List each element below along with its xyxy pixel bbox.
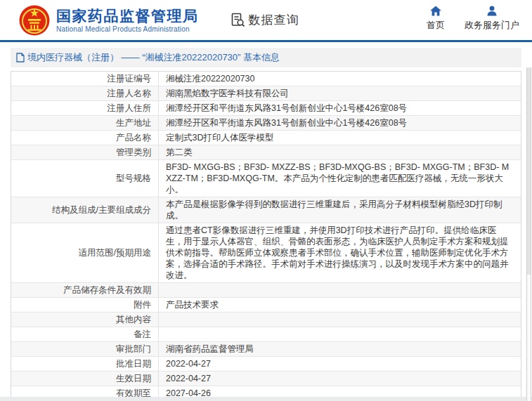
document-icon bbox=[16, 53, 25, 63]
nav-home-label: 首页 bbox=[427, 19, 445, 32]
row-label-text: 型号规格 bbox=[116, 173, 151, 184]
row-label: 备注 bbox=[11, 327, 159, 341]
row-label: 适用范围/预期用途 bbox=[11, 223, 159, 282]
row-value-text: 湘潭经开区和平街道东风路31号创新创业中心1号楼426室08号 bbox=[166, 103, 407, 114]
row-value-text: 湘潭经开区和平街道东风路31号创新创业中心1号楼426室08号 bbox=[166, 117, 407, 129]
row-label-text: 产品储存条件及有效期 bbox=[63, 284, 151, 296]
info-table: 注册证编号湘械注准20222020730注册人名称湖南黑焰数字医学科技有限公司注… bbox=[11, 71, 521, 401]
site-title: 国家药品监督管理局 bbox=[56, 8, 199, 25]
row-value bbox=[159, 313, 521, 327]
row-label-text: 注册人住所 bbox=[108, 103, 152, 114]
row-value-text: 湖南省药品监督管理局 bbox=[166, 343, 254, 355]
row-value: 湖南省药品监督管理局 bbox=[159, 342, 521, 356]
document-search-icon bbox=[231, 13, 245, 27]
row-label-text: 注册人名称 bbox=[108, 88, 152, 99]
table-row: 附件产品技术要求 bbox=[11, 298, 521, 313]
row-value-text: 第二类 bbox=[166, 147, 193, 158]
scrollbar[interactable] bbox=[526, 67, 531, 401]
row-label: 附件 bbox=[11, 298, 159, 312]
row-value-text: 2022-04-27 bbox=[166, 373, 211, 384]
row-value: 湖南黑焰数字医学科技有限公司 bbox=[159, 86, 521, 100]
row-label: 产品名称 bbox=[11, 131, 159, 145]
row-value: 定制式3D打印人体医学模型 bbox=[159, 131, 521, 145]
table-row: 管理类别第二类 bbox=[11, 145, 521, 160]
row-label-text: 生产地址 bbox=[116, 117, 151, 129]
nav-gov-portal-label: 政务服务门户 bbox=[465, 19, 519, 32]
row-label: 结构及组成/主要组成成分 bbox=[11, 197, 159, 223]
home-icon bbox=[430, 6, 441, 16]
row-value-text: BF3D- MXGG-BS；BF3D- MXZZ-BS；BF3D-MXQG-BS… bbox=[166, 162, 514, 195]
row-value-text: 2022-04-27 bbox=[166, 358, 211, 369]
row-value: 湘潭经开区和平街道东风路31号创新创业中心1号楼426室08号 bbox=[159, 116, 521, 130]
row-label: 生产地址 bbox=[11, 116, 159, 130]
row-value-text: 定制式3D打印人体医学模型 bbox=[166, 132, 273, 143]
row-label: 审批部门 bbox=[11, 342, 159, 356]
row-label: 生效日期 bbox=[11, 372, 159, 386]
row-label: 注册人住所 bbox=[11, 101, 159, 115]
header-divider bbox=[0, 40, 532, 42]
site-titles: 国家药品监督管理局 National Medical Products Admi… bbox=[56, 8, 199, 33]
row-value: 本产品是根据影像学得到的数据进行三维重建后，采用高分子材料模型树脂经3D打印制成… bbox=[159, 197, 521, 223]
row-value bbox=[159, 283, 521, 297]
row-label: 注册人名称 bbox=[11, 86, 159, 100]
data-query-tab[interactable]: 数据查询 bbox=[231, 12, 299, 28]
table-row: 生效日期2022-04-27 bbox=[11, 372, 521, 386]
table-row: 批准日期2022-04-27 bbox=[11, 357, 521, 372]
row-label-text: 备注 bbox=[134, 329, 151, 340]
row-label-text: 管理类别 bbox=[116, 147, 151, 158]
row-label-text: 附件 bbox=[134, 299, 151, 310]
row-value: 2022-04-27 bbox=[159, 372, 521, 386]
table-row: 注册证编号湘械注准20222020730 bbox=[11, 72, 521, 86]
table-row: 注册人名称湖南黑焰数字医学科技有限公司 bbox=[11, 86, 521, 101]
row-value-text: 湘械注准20222020730 bbox=[166, 73, 254, 84]
row-label: 批准日期 bbox=[11, 357, 159, 371]
header-nav: 首页 政务服务门户 bbox=[427, 6, 519, 32]
national-emblem-icon bbox=[19, 5, 50, 36]
row-label-text: 结构及组成/主要组成成分 bbox=[52, 204, 151, 216]
breadcrumb-text: 境内医疗器械（注册） —— “湘械注准20222020730” 基本信息 bbox=[27, 51, 280, 64]
nav-gov-portal[interactable]: 政务服务门户 bbox=[465, 6, 519, 32]
scrollbar-thumb[interactable] bbox=[527, 67, 531, 275]
row-value-text: 湖南黑焰数字医学科技有限公司 bbox=[166, 88, 289, 99]
row-value: 通过患者CT影像数据进行三维重建，并使用3D打印技术进行产品打印。提供给临床医生… bbox=[159, 223, 521, 282]
row-value: BF3D- MXGG-BS；BF3D- MXZZ-BS；BF3D-MXQG-BS… bbox=[159, 160, 521, 197]
site-logo[interactable]: 国家药品监督管理局 National Medical Products Admi… bbox=[19, 5, 199, 36]
row-value: 第二类 bbox=[159, 145, 521, 159]
row-label-text: 其他内容 bbox=[116, 314, 151, 325]
table-row: 结构及组成/主要组成成分本产品是根据影像学得到的数据进行三维重建后，采用高分子材… bbox=[11, 197, 521, 223]
main-content: 境内医疗器械（注册） —— “湘械注准20222020730” 基本信息 注册证… bbox=[11, 48, 521, 401]
row-label: 管理类别 bbox=[11, 145, 159, 159]
table-row: 备注 bbox=[11, 327, 521, 342]
table-row: 注册人住所湘潭经开区和平街道东风路31号创新创业中心1号楼426室08号 bbox=[11, 101, 521, 116]
table-row: 审批部门湖南省药品监督管理局 bbox=[11, 342, 521, 357]
row-value bbox=[159, 327, 521, 341]
row-value: 2022-04-27 bbox=[159, 357, 521, 371]
user-icon bbox=[486, 6, 498, 16]
nav-home[interactable]: 首页 bbox=[427, 6, 445, 32]
row-label-text: 产品名称 bbox=[116, 132, 151, 143]
table-row: 产品储存条件及有效期 bbox=[11, 283, 521, 298]
row-value: 湘潭经开区和平街道东风路31号创新创业中心1号楼426室08号 bbox=[159, 101, 521, 115]
row-label-text: 审批部门 bbox=[116, 343, 151, 355]
table-row: 生产地址湘潭经开区和平街道东风路31号创新创业中心1号楼426室08号 bbox=[11, 116, 521, 131]
page: 国家药品监督管理局 National Medical Products Admi… bbox=[0, 0, 532, 401]
row-value-text: 本产品是根据影像学得到的数据进行三维重建后，采用高分子材料模型树脂经3D打印制成… bbox=[166, 199, 514, 221]
row-label-text: 生效日期 bbox=[116, 373, 151, 384]
footer-strip bbox=[0, 397, 532, 401]
row-label-text: 适用范围/预期用途 bbox=[79, 247, 151, 258]
row-label: 产品储存条件及有效期 bbox=[11, 283, 159, 297]
row-value-text: 通过患者CT影像数据进行三维重建，并使用3D打印技术进行产品打印。提供给临床医生… bbox=[166, 225, 514, 281]
table-row: 适用范围/预期用途通过患者CT影像数据进行三维重建，并使用3D打印技术进行产品打… bbox=[11, 223, 521, 283]
row-label-text: 批准日期 bbox=[116, 358, 151, 369]
row-value-text: 产品技术要求 bbox=[166, 299, 219, 310]
site-header: 国家药品监督管理局 National Medical Products Admi… bbox=[0, 0, 532, 40]
data-query-label: 数据查询 bbox=[249, 12, 299, 28]
table-row: 型号规格BF3D- MXGG-BS；BF3D- MXZZ-BS；BF3D-MXQ… bbox=[11, 160, 521, 197]
row-value: 湘械注准20222020730 bbox=[159, 72, 521, 86]
site-subtitle: National Medical Products Administration bbox=[56, 25, 199, 33]
row-label: 其他内容 bbox=[11, 313, 159, 327]
row-label-text: 注册证编号 bbox=[108, 73, 152, 84]
table-row: 其他内容 bbox=[11, 313, 521, 327]
row-label: 注册证编号 bbox=[11, 72, 159, 86]
breadcrumb: 境内医疗器械（注册） —— “湘械注准20222020730” 基本信息 bbox=[11, 48, 521, 67]
